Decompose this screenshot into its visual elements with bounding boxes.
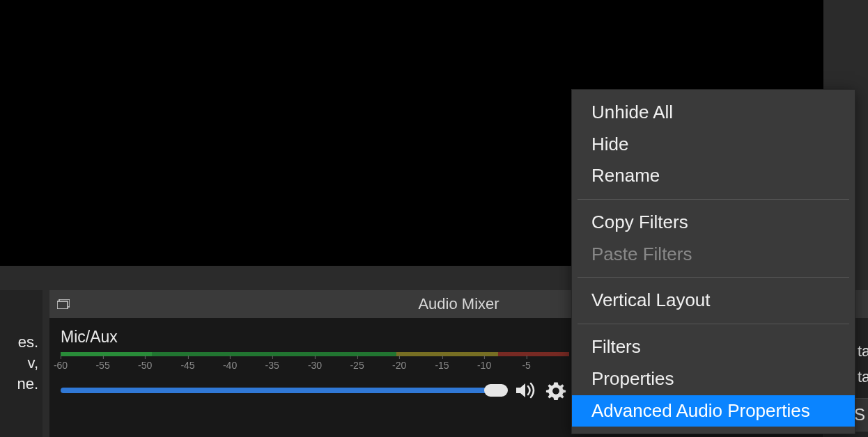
tick: -55 (95, 360, 109, 371)
tick: -5 (522, 360, 530, 371)
right-button-label: S (854, 405, 865, 424)
tick: -40 (223, 360, 237, 371)
right-text-1: ta (858, 342, 868, 360)
menu-filters[interactable]: Filters (572, 331, 855, 363)
svg-point-2 (552, 388, 559, 395)
speaker-icon[interactable] (513, 379, 537, 402)
tick: -35 (265, 360, 279, 371)
gear-icon[interactable] (544, 379, 568, 402)
menu-properties[interactable]: Properties (572, 363, 855, 395)
volume-slider-thumb[interactable] (484, 384, 508, 397)
left-panel-text-2: v, (0, 353, 38, 374)
menu-vertical-layout[interactable]: Vertical Layout (572, 285, 855, 317)
tick: -10 (477, 360, 491, 371)
right-text-2: ta (858, 368, 868, 386)
menu-rename[interactable]: Rename (572, 160, 855, 192)
menu-hide[interactable]: Hide (572, 129, 855, 161)
menu-separator (578, 277, 849, 278)
menu-separator (578, 199, 849, 200)
menu-copy-filters[interactable]: Copy Filters (572, 207, 855, 239)
source-name: Mic/Aux (61, 328, 118, 347)
menu-separator (578, 324, 849, 324)
left-panel-text-1: es. (0, 332, 38, 353)
volume-slider[interactable] (61, 388, 506, 393)
menu-unhide-all[interactable]: Unhide All (572, 97, 855, 129)
tick: -45 (180, 360, 194, 371)
menu-paste-filters: Paste Filters (572, 239, 855, 271)
context-menu: Unhide All Hide Rename Copy Filters Past… (571, 89, 855, 434)
tick: -60 (54, 360, 68, 371)
tick: -25 (350, 360, 364, 371)
tick: -30 (308, 360, 322, 371)
tick: -20 (392, 360, 406, 371)
panel-divider[interactable] (42, 290, 49, 437)
meter-scale: -60 -55 -50 -45 -40 -35 -30 -25 -20 -15 … (61, 358, 569, 373)
left-panel-text-3: ne. (0, 374, 38, 395)
menu-advanced-audio-properties[interactable]: Advanced Audio Properties (572, 395, 855, 427)
left-panel-fragment: es. v, ne. (0, 290, 42, 437)
level-meter-fill (61, 352, 152, 356)
tick: -50 (138, 360, 152, 371)
tick: -15 (435, 360, 449, 371)
